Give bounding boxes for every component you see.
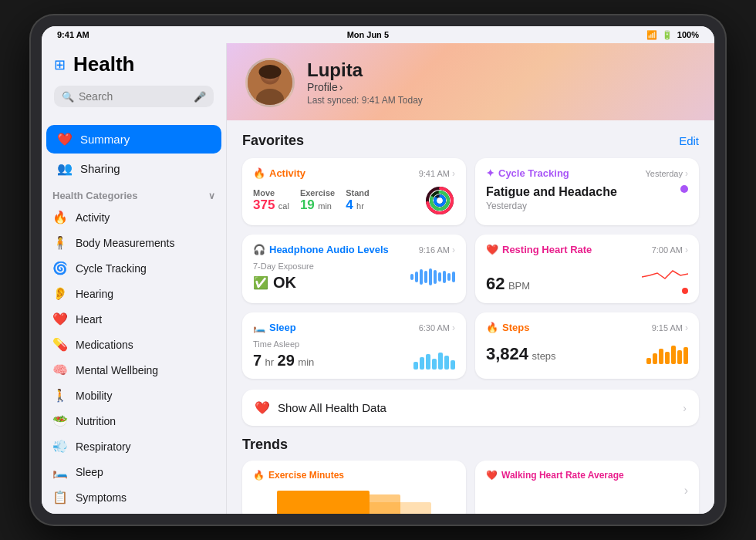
heart-card-icon: ❤️	[486, 244, 498, 255]
activity-card[interactable]: 🔥 Activity 9:41 AM ›	[242, 158, 466, 225]
nav-item-summary[interactable]: ❤️ Summary	[46, 125, 221, 154]
sidebar-item-medications[interactable]: 💊 Medications	[42, 332, 226, 357]
profile-label: Profile	[307, 81, 338, 93]
trend-heart-chart: ›	[486, 484, 688, 498]
cards-grid: 🔥 Activity 9:41 AM ›	[242, 158, 699, 379]
trends-grid: 🔥 Exercise Minutes	[242, 461, 699, 514]
headphone-content: 7-Day Exposure ✅ OK	[253, 262, 455, 292]
sidebar-item-respiratory[interactable]: 💨 Respiratory	[42, 434, 226, 459]
heart-card-header: ❤️ Resting Heart Rate 7:00 AM ›	[486, 244, 688, 255]
hero-profile[interactable]: Profile ›	[307, 81, 423, 93]
category-label-respiratory: Respiratory	[76, 440, 131, 453]
mic-icon[interactable]: 🎤	[194, 91, 206, 103]
avatar-image	[248, 58, 292, 105]
sidebar-item-heart[interactable]: ❤️ Heart	[42, 306, 226, 332]
categories-chevron[interactable]: ∨	[208, 191, 215, 201]
cycle-spark-icon: ✦	[486, 167, 494, 179]
favorites-header-row: Favorites Edit	[242, 133, 699, 149]
nav-item-sharing[interactable]: 👥 Sharing	[46, 154, 221, 183]
exercise-value: 19 min	[300, 197, 335, 213]
sidebar-item-nutrition[interactable]: 🥗 Nutrition	[42, 408, 226, 434]
sleep-hours: 7	[253, 352, 262, 369]
sidebar: ⊞ Health 🔍 🎤 ❤️ Summary	[42, 43, 227, 514]
cycle-symptom: Fatigue and Headache	[486, 185, 617, 199]
activity-chevron: ›	[452, 168, 455, 179]
sidebar-item-mobility[interactable]: 🚶 Mobility	[42, 383, 226, 408]
search-input[interactable]	[79, 90, 189, 103]
stand-label: Stand	[346, 188, 370, 197]
sleep-card-header: 🛏️ Sleep 6:30 AM ›	[253, 322, 455, 333]
svg-point-3	[259, 65, 282, 79]
heart-rate-unit: BPM	[508, 280, 530, 292]
sidebar-item-activity[interactable]: 🔥 Activity	[42, 204, 226, 230]
cycle-chevron: ›	[685, 168, 688, 179]
sidebar-item-hearing[interactable]: 👂 Hearing	[42, 281, 226, 306]
sleep-card[interactable]: 🛏️ Sleep 6:30 AM › Time Aslee	[242, 312, 466, 379]
medications-icon: 💊	[52, 337, 68, 352]
show-all-row[interactable]: ❤️ Show All Health Data ›	[242, 390, 699, 426]
heart-icon: ❤️	[52, 312, 68, 326]
steps-chevron: ›	[685, 322, 688, 333]
trend-card-walking-heart[interactable]: ❤️ Walking Heart Rate Average ›	[475, 461, 699, 514]
category-label-nutrition: Nutrition	[76, 415, 116, 427]
show-all-text: Show All Health Data	[278, 401, 675, 414]
category-label-sleep: Sleep	[76, 466, 103, 478]
steps-card-time: 9:15 AM ›	[652, 322, 688, 333]
sleep-min-unit: min	[298, 356, 314, 368]
nutrition-icon: 🥗	[52, 413, 68, 428]
activity-card-title: 🔥 Activity	[253, 167, 305, 179]
sidebar-item-symptoms[interactable]: 📋 Symptoms	[42, 484, 226, 510]
steps-card[interactable]: 🔥 Steps 9:15 AM › 3,824	[475, 312, 699, 379]
activity-card-header: 🔥 Activity 9:41 AM ›	[253, 167, 455, 179]
svg-rect-12	[277, 491, 370, 514]
move-metric: Move 375 cal	[253, 188, 289, 213]
heart-card-title: ❤️ Resting Heart Rate	[486, 244, 592, 255]
show-all-chevron: ›	[683, 402, 687, 414]
sidebar-item-mental-wellbeing[interactable]: 🧠 Mental Wellbeing	[42, 357, 226, 383]
edit-button[interactable]: Edit	[679, 134, 699, 147]
wave-bar	[438, 272, 441, 282]
cycle-icon: 🌀	[52, 261, 68, 275]
sleep-hr-unit: hr	[265, 356, 275, 368]
content-area: Favorites Edit 🔥 Activity	[227, 120, 714, 514]
sharing-icon: 👥	[57, 161, 73, 176]
waveform-chart	[410, 266, 455, 288]
wave-bar	[447, 273, 451, 281]
trends-title: Trends	[242, 437, 699, 453]
wave-bar	[415, 272, 418, 282]
sidebar-top: ⊞ Health 🔍 🎤	[42, 43, 226, 124]
sidebar-item-body-measurements[interactable]: 🧍 Body Measurements	[42, 230, 226, 255]
sleep-chart	[413, 348, 455, 370]
app-container: ⊞ Health 🔍 🎤 ❤️ Summary	[42, 43, 714, 514]
wave-bar	[410, 274, 413, 280]
steps-card-title: 🔥 Steps	[486, 322, 529, 333]
sleep-label: Time Asleep	[253, 339, 314, 349]
cycle-card-time: Yesterday ›	[645, 168, 688, 179]
sleep-card-title: 🛏️ Sleep	[253, 322, 296, 333]
sidebar-toggle-icon[interactable]: ⊞	[54, 56, 66, 73]
sidebar-item-sleep[interactable]: 🛏️ Sleep	[42, 459, 226, 484]
category-label-mobility: Mobility	[76, 390, 112, 402]
check-icon: ✅	[253, 275, 268, 290]
headphone-card[interactable]: 🎧 Headphone Audio Levels 9:16 AM ›	[242, 235, 466, 303]
metric-group: Move 375 cal Exercise	[253, 188, 413, 213]
hero-info: Lupita Profile › Last synced: 9:41 AM To…	[307, 59, 423, 106]
category-label-activity: Activity	[76, 211, 110, 224]
ipad-screen: 9:41 AM Mon Jun 5 📶 🔋 100% ⊞ Health	[42, 26, 714, 514]
trend-card-exercise[interactable]: 🔥 Exercise Minutes	[242, 461, 466, 514]
nav-label-sharing: Sharing	[80, 162, 120, 175]
search-bar[interactable]: 🔍 🎤	[54, 86, 214, 107]
sidebar-item-cycle-tracking[interactable]: 🌀 Cycle Tracking	[42, 255, 226, 281]
show-all-heart-icon: ❤️	[255, 400, 270, 415]
heart-dot	[682, 288, 688, 294]
trend-exercise-bar	[253, 487, 455, 514]
wave-bar	[434, 270, 437, 284]
heart-value-group: 62 BPM	[486, 274, 530, 294]
headphone-card-title: 🎧 Headphone Audio Levels	[253, 244, 389, 255]
activity-icon: 🔥	[52, 210, 68, 224]
resting-heart-card[interactable]: ❤️ Resting Heart Rate 7:00 AM ›	[475, 235, 699, 303]
cycle-tracking-card[interactable]: ✦ Cycle Tracking Yesterday › F	[475, 158, 699, 225]
category-label-symptoms: Symptoms	[76, 491, 127, 504]
ok-badge: ✅ OK	[253, 274, 314, 292]
hero-synced: Last synced: 9:41 AM Today	[307, 95, 423, 106]
